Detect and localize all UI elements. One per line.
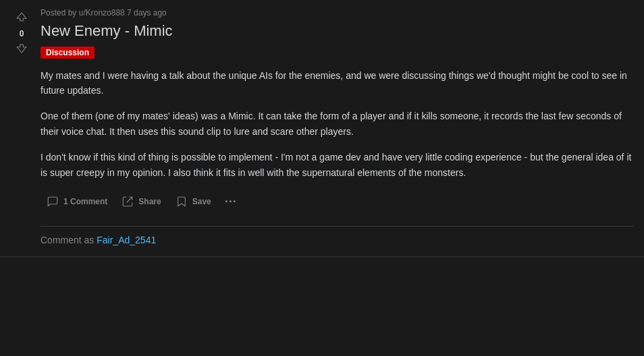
comment-icon <box>46 195 59 208</box>
share-icon <box>121 195 134 208</box>
post-actions: 1 Comment Share <box>41 191 633 212</box>
post-content: Posted by u/Kronzo888 7 days ago New Ene… <box>41 8 633 248</box>
share-label: Share <box>138 197 161 206</box>
vote-count: 0 <box>20 28 24 40</box>
post-paragraph-3: I don't know if this kind of thing is po… <box>41 150 633 180</box>
upvote-button[interactable] <box>14 9 29 26</box>
post-flair[interactable]: Discussion <box>41 47 95 59</box>
vote-column: 0 <box>11 8 32 248</box>
share-button[interactable]: Share <box>115 191 166 212</box>
comment-label: 1 Comment <box>63 197 107 206</box>
comment-button[interactable]: 1 Comment <box>41 191 113 212</box>
save-button[interactable]: Save <box>169 191 217 212</box>
save-icon <box>175 195 188 208</box>
comment-as-section: Comment as Fair_Ad_2541 <box>41 226 633 248</box>
comment-as-username[interactable]: Fair_Ad_2541 <box>97 235 156 245</box>
save-label: Save <box>192 197 211 206</box>
post-meta: Posted by u/Kronzo888 7 days ago <box>41 8 633 18</box>
post-container: 0 Posted by u/Kronzo888 7 days ago New E… <box>0 0 644 257</box>
post-title: New Enemy - Mimic <box>41 22 633 41</box>
post-paragraph-2: One of them (one of my mates' ideas) was… <box>41 109 633 139</box>
more-button[interactable]: ··· <box>219 191 242 212</box>
downvote-button[interactable] <box>14 41 29 58</box>
comment-as-prefix: Comment as <box>41 235 97 245</box>
post-body: My mates and I were having a talk about … <box>41 68 633 180</box>
post-paragraph-1: My mates and I were having a talk about … <box>41 68 633 98</box>
